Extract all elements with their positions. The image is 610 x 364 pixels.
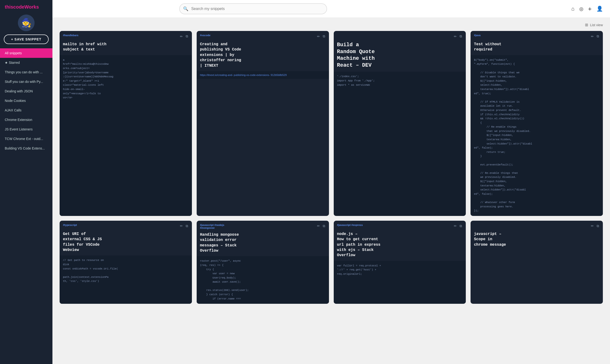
card-tag-6: #javascript #express [337,223,363,226]
card-title-6: node.js – How to get current url path in… [334,231,466,261]
sidebar-item-ajax[interactable]: AJAX Calls [0,105,53,115]
card-header-5: #javascript #nodejs #mongoose✏⧉ [197,221,329,231]
logo-prefix: thiscode [5,4,24,10]
card-code-0: a href="mailto:mishka@thiscodew orks.com… [60,55,192,216]
snippet-card-5: #javascript #nodejs #mongoose✏⧉Handling … [197,221,329,304]
card-header-7: ✏⧉ [471,221,603,231]
nav-list: All snippets★ StarredThings you can do w… [0,48,53,153]
card-external-btn-2[interactable]: ✏ [453,34,457,39]
card-header-3: #java✏⧉ [471,31,603,41]
snippet-card-4: #typescript✏⧉Get URI of external CSS & J… [60,221,192,304]
header-icons: ⌂ ◎ + 👤 [571,5,603,13]
snippet-card-7: ✏⧉javascript – Scope in chrome message [471,221,603,304]
content-area: ⊞ List view #handlebars✏⧉mailto in href … [53,18,610,364]
card-header-6: #javascript #express✏⧉ [334,221,466,231]
logo-text: thiscodeWorks [5,4,39,10]
snippet-card-1: #vscode✏⧉Creating and publishing VS Code… [197,31,329,216]
card-edit-btn-4[interactable]: ✏ [180,223,183,229]
sidebar-item-stuff[interactable]: Stuff you can do with Py... [0,77,53,86]
sidebar-item-chrome[interactable]: Chrome Extension [0,115,53,125]
card-copy-btn-1[interactable]: ⧉ [322,34,326,39]
card-header-0: #handlebars✏⧉ [60,31,192,41]
save-snippet-button[interactable]: + SAVE SNIPPET [4,35,49,44]
avatar-area: 🧙 [0,12,53,35]
card-open-btn-7[interactable]: ⧉ [596,223,599,229]
sidebar: thiscodeWorks 🧙 + SAVE SNIPPET All snipp… [0,0,53,364]
search-icon: 🔍 [183,6,188,12]
card-external-btn-7[interactable]: ✏ [590,223,594,229]
card-title-1: Creating and publishing VS Code extensio… [197,41,329,71]
compass-icon[interactable]: ◎ [579,6,583,12]
card-title-5: Handling mongoose validation error messa… [197,231,329,256]
card-open-btn-2[interactable]: ⧉ [459,34,462,39]
grid-icon: ⊞ [585,23,588,27]
user-icon[interactable]: 👤 [596,6,603,12]
card-code-2: './index.css'; import App from './App'; … [334,72,466,216]
sidebar-item-things[interactable]: Things you can do with ... [0,67,53,77]
card-code-4: // Get path to resource on disk const on… [60,255,192,304]
search-input[interactable] [179,3,327,14]
logo-suffix: Works [24,4,39,10]
list-view-label: List view [590,23,603,27]
card-title-3: Test without required [471,41,603,55]
list-view-toggle[interactable]: ⊞ List view [60,23,603,27]
sidebar-item-cookies[interactable]: Node Cookies [0,96,53,105]
card-code-6: var fullUrl = req.protocol + '://' + req… [334,261,466,304]
sidebar-item-all[interactable]: All snippets [0,48,53,58]
snippet-card-3: #java✏⧉Test without required$("body").on… [471,31,603,216]
card-title-2: Build a Random Quote Machine with React … [334,41,466,72]
sidebar-item-build[interactable]: Building VS Code Extens... [0,143,53,153]
main-area: 🔍 ⌂ ◎ + 👤 ⊞ List view #handlebars✏⧉mailt… [53,0,610,364]
snippet-card-2: ✏⧉Build a Random Quote Machine with Reac… [334,31,466,216]
sidebar-item-json[interactable]: Dealing with JSON [0,86,53,96]
card-title-4: Get URI of external CSS & JS files for V… [60,231,192,256]
card-edit-btn-5[interactable]: ✏ [317,223,320,229]
card-edit-btn-3[interactable]: ✏ [590,34,594,39]
search-box: 🔍 [179,3,327,14]
card-tag-1: #vscode [200,34,210,37]
avatar: 🧙 [18,14,35,31]
card-tag-5: #javascript #nodejs #mongoose [200,223,224,229]
home-icon[interactable]: ⌂ [571,6,574,12]
card-link-1[interactable]: https://itnext.io/creating-and- publishi… [197,71,329,79]
card-edit-btn-0[interactable]: ✏ [180,34,183,39]
card-header-4: #typescript✏⧉ [60,221,192,231]
card-header-2: ✏⧉ [334,31,466,41]
card-title-0: mailto in href with subject & text [60,41,192,55]
add-icon[interactable]: + [588,5,592,13]
card-copy-btn-6[interactable]: ⧉ [459,223,462,229]
card-edit-btn-1[interactable]: ✏ [317,34,320,39]
logo-area: thiscodeWorks [0,0,53,12]
card-title-7: javascript – Scope in chrome message [471,231,603,250]
card-code-3: $("body").on("submit", ".myForm", functi… [471,55,603,216]
card-tag-4: #typescript [63,223,77,226]
cards-grid: #handlebars✏⧉mailto in href with subject… [60,31,603,304]
card-code-5: router.post("/user", async (req, res) =>… [197,256,329,304]
card-tag-3: #java [474,34,481,37]
card-header-1: #vscode✏⧉ [197,31,329,41]
header: 🔍 ⌂ ◎ + 👤 [53,0,610,18]
card-copy-btn-5[interactable]: ⧉ [322,223,326,229]
card-edit-btn-6[interactable]: ✏ [453,223,457,229]
card-copy-btn-3[interactable]: ⧉ [596,34,599,39]
sidebar-item-tcw[interactable]: TCW Chrome Ext - outd... [0,134,53,143]
snippet-card-6: #javascript #express✏⧉node.js – How to g… [334,221,466,304]
sidebar-item-starred[interactable]: ★ Starred [0,58,53,67]
card-tag-0: #handlebars [63,34,78,37]
card-copy-btn-0[interactable]: ⧉ [185,34,189,39]
sidebar-item-js[interactable]: JS Event Listeners [0,125,53,134]
card-copy-btn-4[interactable]: ⧉ [185,223,189,229]
snippet-card-0: #handlebars✏⧉mailto in href with subject… [60,31,192,216]
